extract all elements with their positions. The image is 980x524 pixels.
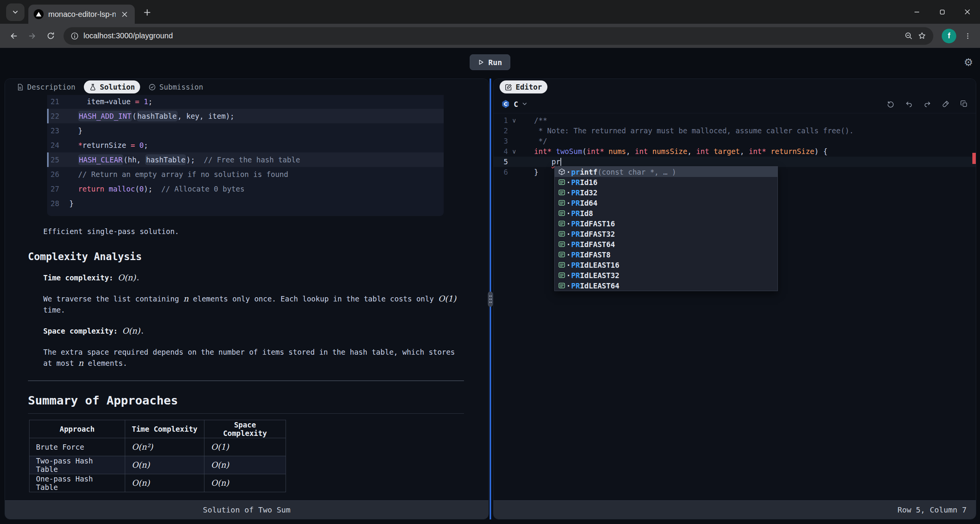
text-suggestion-icon xyxy=(557,282,566,289)
reset-code-button[interactable] xyxy=(887,100,895,108)
language-selector[interactable]: C C xyxy=(501,100,528,108)
url-text[interactable]: localhost:3000/playground xyxy=(83,31,900,40)
undo-icon xyxy=(905,100,913,108)
suggestion-item[interactable]: PR IdLEAST16 xyxy=(555,260,777,270)
suggestion-item[interactable]: PR IdLEAST32 xyxy=(555,270,777,280)
chevron-down-icon xyxy=(12,9,19,16)
complexity-analysis-heading: Complexity Analysis xyxy=(28,251,464,262)
minimize-button[interactable] xyxy=(904,0,929,24)
suggestion-match-text: PR xyxy=(571,251,580,259)
tab-editor-label: Editor xyxy=(516,83,542,91)
profile-avatar[interactable]: f xyxy=(942,29,956,43)
text-suggestion-icon xyxy=(557,261,566,269)
suggestion-item[interactable]: PR IdFAST8 xyxy=(555,249,777,260)
suggestion-item[interactable]: PR Id8 xyxy=(555,208,777,218)
tab-search-button[interactable] xyxy=(6,3,24,21)
suggestion-item[interactable]: PR Id16 xyxy=(555,177,777,187)
zoom-indicator-icon[interactable] xyxy=(904,31,913,40)
editor-code-line[interactable]: 4 int* twoSum(int* nums, int numsSize, i… xyxy=(493,146,976,157)
close-window-button[interactable] xyxy=(955,0,980,24)
forward-icon xyxy=(28,31,37,41)
fold-chevron-icon[interactable] xyxy=(508,146,520,157)
tab-close-icon[interactable] xyxy=(120,9,129,20)
suggestion-item[interactable]: pr intf (const char *, … ) xyxy=(555,167,777,177)
text-suggestion-icon xyxy=(557,189,566,196)
cell-approach: Two-pass Hash Table xyxy=(29,456,125,474)
suggestion-label: IdFAST16 xyxy=(580,219,615,228)
copy-icon xyxy=(960,100,968,108)
panel-resize-divider[interactable] xyxy=(490,79,491,519)
editor-line-number: 1 xyxy=(493,115,508,126)
fold-chevron-icon[interactable] xyxy=(508,136,520,146)
fold-chevron-icon[interactable] xyxy=(508,115,520,126)
editor-line-code: */ xyxy=(520,136,547,146)
suggestion-match-text: PR xyxy=(571,230,580,238)
text-suggestion-icon xyxy=(557,220,566,227)
forward-button[interactable] xyxy=(24,28,41,44)
suggestion-item[interactable]: PR IdFAST16 xyxy=(555,218,777,229)
undo-button[interactable] xyxy=(905,100,913,108)
maximize-button[interactable] xyxy=(929,0,955,24)
suggestion-bullet xyxy=(566,188,571,197)
doc-line-code: } xyxy=(69,123,82,138)
redo-button[interactable] xyxy=(923,100,931,108)
suggestion-item[interactable]: PR Id64 xyxy=(555,198,777,208)
tab-solution[interactable]: Solution xyxy=(84,80,140,93)
cell-space-complexity: O(1) xyxy=(204,438,286,456)
chevron-down-icon xyxy=(522,101,528,107)
fold-chevron-icon[interactable] xyxy=(508,167,520,177)
suggestion-item[interactable]: PR IdFAST32 xyxy=(555,229,777,239)
run-button[interactable]: Run xyxy=(470,54,510,70)
suggestion-bullet xyxy=(566,271,571,280)
copy-code-button[interactable] xyxy=(960,100,968,108)
suggestion-match-text: PR xyxy=(571,199,580,207)
doc-line-number: 26 xyxy=(49,167,59,182)
settings-gear-icon[interactable]: ⚙ xyxy=(964,56,973,68)
format-code-button[interactable] xyxy=(942,100,950,108)
suggestion-item[interactable]: PR IdLEAST64 xyxy=(555,280,777,291)
resize-grip-handle[interactable] xyxy=(488,291,493,307)
editor-code-line[interactable]: 3 */ xyxy=(493,136,976,146)
doc-code-line: 23 } xyxy=(47,123,444,138)
bookmark-star-icon[interactable] xyxy=(918,31,926,40)
cell-space-complexity: O(n) xyxy=(204,456,286,474)
tab-editor[interactable]: Editor xyxy=(500,80,547,93)
fold-chevron-icon[interactable] xyxy=(508,126,520,136)
back-button[interactable] xyxy=(5,28,22,44)
cursor-position-text: Row 5, Column 7 xyxy=(897,505,967,514)
reload-button[interactable] xyxy=(42,28,59,44)
redo-icon xyxy=(923,100,931,108)
playground-page: Run ⚙ Description Solution Submission xyxy=(0,48,980,524)
monaco-editor[interactable]: 1 /** 2 * Note: The returned array must … xyxy=(493,113,976,500)
table-header-row: Approach Time Complexity Space Complexit… xyxy=(29,420,286,438)
doc-line-number: 25 xyxy=(49,152,59,167)
suggestion-label: Id8 xyxy=(580,209,593,218)
editor-code-line[interactable]: 5 pr xyxy=(493,157,976,167)
suggestion-bullet xyxy=(566,219,571,228)
tab-description[interactable]: Description xyxy=(11,80,81,93)
address-bar[interactable]: localhost:3000/playground xyxy=(64,27,933,45)
left-panel-tabs: Description Solution Submission xyxy=(5,79,488,95)
editor-code-line[interactable]: 2 * Note: The returned array must be mal… xyxy=(493,126,976,136)
browser-menu-button[interactable] xyxy=(961,28,975,44)
minimize-icon xyxy=(914,9,920,15)
editor-panel: Editor C C xyxy=(493,79,976,519)
fold-chevron-icon[interactable] xyxy=(508,157,520,167)
suggestion-item[interactable]: PR IdFAST64 xyxy=(555,239,777,249)
editor-line-number: 5 xyxy=(493,157,508,167)
editor-code-line[interactable]: 1 /** xyxy=(493,115,976,126)
doc-code-line: 28 } xyxy=(47,196,444,211)
new-tab-button[interactable] xyxy=(139,5,155,20)
text-suggestion-icon xyxy=(557,251,566,258)
doc-line-code: item→value = 1; xyxy=(69,95,152,109)
suggestion-bullet xyxy=(566,230,571,238)
suggestion-match-text: PR xyxy=(571,271,580,280)
solution-document[interactable]: 21 item→value = 1; 22 HASH_ADD_INT(hashT… xyxy=(5,95,488,500)
suggestion-label: Id32 xyxy=(580,188,598,197)
site-info-icon[interactable] xyxy=(70,32,79,40)
suggestion-item[interactable]: PR Id32 xyxy=(555,187,777,198)
browser-tab[interactable]: monaco-editor-lsp-next xyxy=(28,5,135,24)
svg-text:C: C xyxy=(504,101,507,107)
run-toolbar: Run ⚙ xyxy=(0,48,980,79)
tab-submission[interactable]: Submission xyxy=(143,80,208,93)
